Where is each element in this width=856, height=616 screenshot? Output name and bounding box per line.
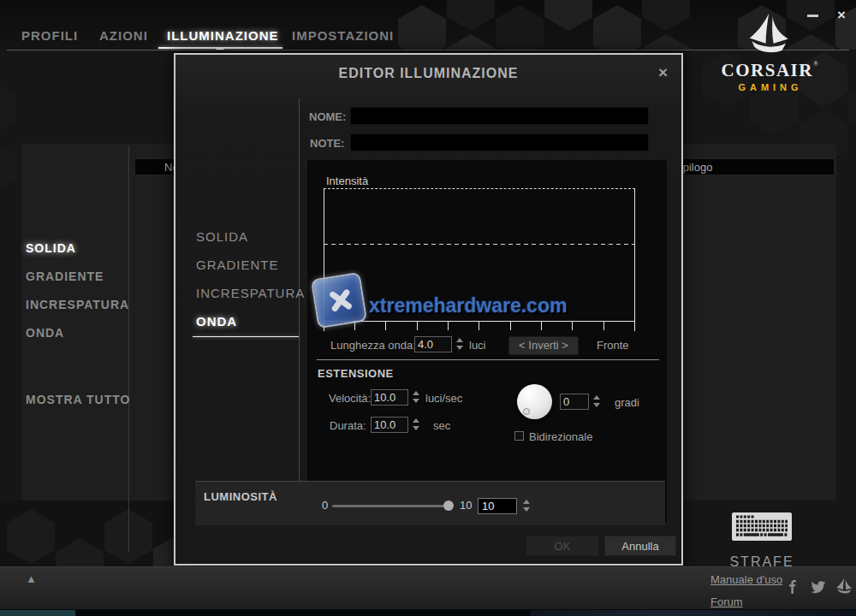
desktop-edge-patch — [531, 610, 856, 616]
footer-bar: ▲ Manuale d'uso Forum — [0, 566, 856, 609]
corsair-sails-icon — [747, 12, 794, 56]
dialog-divider — [299, 98, 300, 523]
speed-unit: luci/sec — [425, 392, 462, 405]
bidirectional-label: Bidirezionale — [529, 430, 592, 443]
notes-label: NOTE: — [310, 137, 344, 150]
duration-unit: sec — [433, 419, 450, 432]
duration-stepper[interactable] — [413, 418, 420, 431]
watermark-text: xtremehardware.com — [369, 294, 567, 317]
direction-dial[interactable] — [517, 384, 552, 419]
chart-right-axis — [634, 189, 635, 331]
dialog-title: EDITOR ILLUMINAZIONE — [175, 66, 681, 81]
watermark: xtremehardware.com — [314, 275, 554, 332]
app-window: × PROFILI AZIONI ILLUMINAZIONE IMPOSTAZI… — [0, 0, 856, 616]
speed-input[interactable] — [371, 389, 408, 406]
wave-length-input[interactable] — [414, 336, 452, 352]
front-label: Fronte — [597, 339, 629, 352]
notes-input[interactable] — [350, 133, 649, 151]
brightness-min-label: 0 — [322, 499, 328, 512]
twitter-icon[interactable] — [810, 579, 827, 595]
desktop-edge-patch — [0, 610, 75, 616]
facebook-icon[interactable] — [786, 579, 800, 595]
name-label: NOME: — [309, 110, 346, 123]
dialog-tab-increspatura[interactable]: INCRESPATURA — [196, 286, 305, 300]
brightness-slider-track[interactable] — [332, 505, 449, 507]
forum-link[interactable]: Forum — [710, 595, 743, 608]
angle-input[interactable] — [560, 394, 589, 410]
sidebar-item-increspatura[interactable]: INCRESPATURA — [26, 298, 129, 311]
invert-button[interactable]: < Inverti > — [508, 336, 579, 355]
lighting-editor-dialog: EDITOR ILLUMINAZIONE × SOLIDA GRADIENTE … — [174, 53, 683, 566]
bidirectional-checkbox[interactable] — [514, 431, 524, 441]
brightness-max-label: 10 — [460, 499, 472, 512]
manual-link[interactable]: Manuale d'uso — [710, 573, 782, 586]
name-input[interactable] — [350, 107, 649, 125]
wave-length-unit: luci — [469, 339, 486, 352]
chart-mid-guide — [324, 244, 635, 245]
device-name: STRAFE — [719, 554, 805, 566]
watermark-logo-icon — [311, 272, 367, 329]
sidebar-item-gradiente[interactable]: GRADIENTE — [26, 270, 104, 283]
dial-indicator — [523, 408, 530, 415]
tab-azioni[interactable]: AZIONI — [99, 28, 148, 43]
dialog-tab-solida[interactable]: SOLIDA — [196, 229, 248, 244]
speed-stepper[interactable] — [413, 390, 420, 404]
chart-title: Intensità — [326, 175, 368, 187]
cancel-button[interactable]: Annulla — [604, 536, 676, 556]
collapse-arrow-icon[interactable]: ▲ — [26, 572, 37, 585]
sidebar-item-mostra-tutto[interactable]: MOSTRA TUTTO — [26, 393, 130, 406]
keyboard-icon — [732, 512, 792, 541]
speed-label: Velocità: — [329, 392, 371, 405]
brightness-input[interactable] — [478, 498, 517, 514]
dialog-close-icon[interactable]: × — [658, 63, 668, 82]
wave-editor-panel: Intensità — [307, 160, 667, 523]
angle-unit: gradi — [615, 396, 639, 409]
extension-title: ESTENSIONE — [318, 367, 394, 380]
corsair-logo: CORSAIR® GAMING — [710, 12, 830, 92]
section-divider — [317, 359, 659, 360]
brand-sub: GAMING — [710, 82, 830, 92]
brand-registered-mark: ® — [813, 60, 819, 68]
device-card[interactable]: STRAFE — [719, 512, 805, 566]
brightness-title: LUMINOSITÀ — [204, 490, 277, 503]
tab-illuminazione[interactable]: ILLUMINAZIONE — [167, 28, 279, 43]
window-close-icon[interactable]: × — [837, 7, 846, 24]
dialog-tab-onda[interactable]: ONDA — [196, 314, 237, 329]
brightness-slider-handle[interactable] — [443, 500, 454, 511]
brightness-stepper[interactable] — [523, 499, 531, 512]
brightness-panel: LUMINOSITÀ 0 10 — [195, 481, 665, 525]
corsair-small-icon[interactable] — [835, 578, 854, 595]
ok-button[interactable]: OK — [526, 536, 599, 556]
sidebar-item-solida[interactable]: SOLIDA — [26, 241, 76, 255]
tab-profili[interactable]: PROFILI — [21, 28, 78, 43]
tab-impostazioni[interactable]: IMPOSTAZIONI — [292, 28, 394, 43]
sidebar-divider — [128, 145, 129, 552]
dialog-active-tab-underline — [193, 336, 299, 337]
sidebar-item-onda[interactable]: ONDA — [26, 326, 64, 340]
angle-stepper[interactable] — [593, 394, 601, 408]
wave-length-label: Lunghezza onda: — [330, 339, 416, 352]
duration-input[interactable] — [371, 417, 408, 433]
wave-length-stepper[interactable] — [456, 337, 464, 351]
duration-label: Durata: — [330, 419, 366, 432]
dialog-tab-gradiente[interactable]: GRADIENTE — [196, 258, 279, 272]
brand-name: CORSAIR® — [710, 60, 830, 81]
